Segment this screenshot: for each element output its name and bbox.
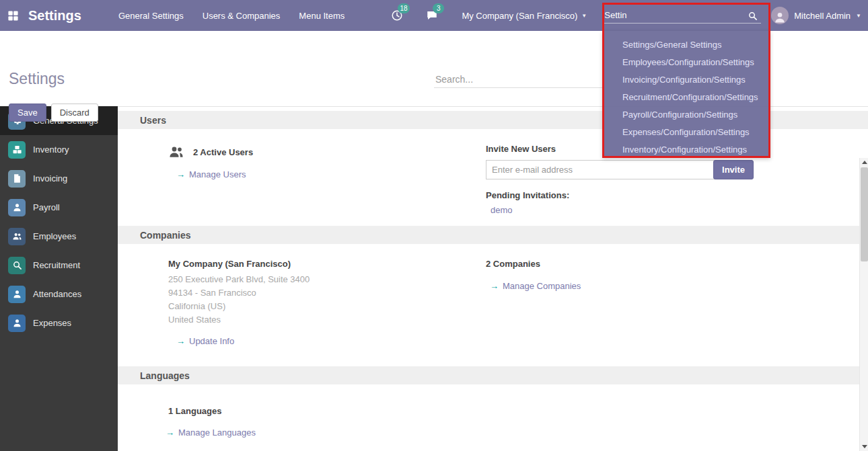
sidebar-item-expenses[interactable]: Expenses [0, 309, 118, 337]
sidebar-item-recruitment[interactable]: Recruitment [0, 251, 118, 280]
sidebar-item-inventory[interactable]: Inventory [0, 135, 118, 164]
sidebar-item-attendances[interactable]: Attendances [0, 280, 118, 309]
arrow-right-icon: → [490, 281, 499, 291]
systray: 18 3 My Company (San Francisco) ▼ Mitche… [379, 0, 868, 31]
address-line: California (US) [168, 300, 486, 313]
discard-button[interactable]: Discard [51, 104, 98, 122]
active-users-count: 2 Active Users [193, 147, 253, 157]
section-header-companies: Companies [118, 226, 868, 244]
navbar-menu: General Settings Users & Companies Menu … [118, 0, 345, 31]
messages-button[interactable]: 3 [423, 7, 441, 24]
search-suggestion[interactable]: Inventory/Configuration/Settings [602, 141, 770, 159]
company-name: My Company (San Francisco) [168, 259, 486, 269]
sidebar-item-label: Payroll [33, 202, 60, 212]
search-suggestion[interactable]: Recruitment/Configuration/Settings [602, 89, 770, 106]
attendances-icon [8, 286, 26, 303]
navbar-search-input[interactable] [603, 7, 761, 24]
search-suggestion[interactable]: Expenses/Configuration/Settings [602, 124, 770, 141]
search-suggestion[interactable]: Invoicing/Configuration/Settings [602, 71, 770, 89]
sidebar-item-invoicing[interactable]: Invoicing [0, 164, 118, 193]
invoicing-icon [8, 170, 26, 188]
search-suggestions-dropdown: Settings/General Settings Employees/Conf… [602, 31, 770, 158]
languages-count: 1 Languages [168, 406, 486, 416]
messages-badge: 3 [433, 3, 444, 13]
payroll-icon [8, 199, 26, 216]
manage-users-link[interactable]: → Manage Users [176, 169, 246, 179]
invite-button[interactable]: Invite [713, 160, 754, 179]
expenses-icon [8, 315, 26, 332]
settings-sidebar: General Settings Inventory Invoicing Pay… [0, 106, 118, 451]
menu-item-general-settings[interactable]: General Settings [118, 0, 184, 31]
settings-search-input[interactable] [434, 71, 602, 88]
apps-menu-button[interactable] [0, 0, 26, 31]
address-line: 94134 - San Francisco [168, 286, 486, 300]
update-info-link[interactable]: → Update Info [176, 336, 234, 346]
menu-item-menu-items[interactable]: Menu Items [299, 0, 345, 31]
sidebar-item-label: Attendances [33, 289, 81, 299]
scrollbar-thumb[interactable] [861, 167, 868, 261]
activities-badge: 18 [398, 3, 409, 13]
arrow-right-icon: → [166, 427, 174, 438]
sidebar-item-label: Inventory [33, 145, 69, 155]
arrow-right-icon: → [176, 336, 185, 346]
company-switcher-label: My Company (San Francisco) [462, 11, 577, 21]
user-name: Mitchell Admin [794, 11, 851, 21]
navbar-search-box [596, 0, 764, 31]
person-icon [773, 11, 787, 24]
settings-search-box [434, 71, 602, 88]
vertical-scrollbar[interactable] [859, 158, 868, 451]
address-line: 250 Executive Park Blvd, Suite 3400 [168, 273, 486, 286]
scroll-down-arrow[interactable] [860, 442, 868, 451]
user-menu[interactable]: Mitchell Admin ▼ [764, 0, 868, 31]
address-line: United States [168, 313, 486, 327]
chevron-down-icon: ▼ [856, 13, 861, 19]
sidebar-item-label: Expenses [33, 318, 71, 328]
manage-languages-link[interactable]: → Manage Languages [166, 427, 256, 438]
sidebar-item-label: Employees [33, 231, 76, 241]
company-switcher[interactable]: My Company (San Francisco) ▼ [449, 0, 596, 31]
companies-count: 2 Companies [486, 259, 750, 269]
chevron-down-icon: ▼ [581, 13, 587, 19]
search-suggestion[interactable]: Employees/Configuration/Settings [602, 54, 770, 71]
save-button[interactable]: Save [9, 104, 46, 122]
navbar-app-title: Settings [28, 8, 81, 24]
apps-grid-icon [7, 10, 19, 22]
companies-section: My Company (San Francisco) 250 Executive… [118, 244, 868, 357]
invite-input-group: Invite [486, 160, 754, 179]
section-header-languages: Languages [118, 366, 868, 384]
users-group-icon [168, 144, 184, 160]
manage-companies-link[interactable]: → Manage Companies [490, 281, 581, 291]
user-avatar [771, 7, 789, 24]
pending-user-link[interactable]: demo [491, 205, 513, 215]
activities-button[interactable]: 18 [388, 7, 406, 24]
control-panel-buttons: Save Discard [9, 104, 98, 122]
search-suggestion[interactable]: Settings/General Settings [602, 36, 770, 54]
sidebar-item-label: Invoicing [33, 173, 67, 183]
top-navbar: Settings General Settings Users & Compan… [0, 0, 868, 31]
sidebar-item-payroll[interactable]: Payroll [0, 193, 118, 222]
scroll-up-arrow[interactable] [860, 158, 868, 167]
menu-item-users-companies[interactable]: Users & Companies [203, 0, 281, 31]
invite-email-input[interactable] [486, 160, 715, 179]
search-icon[interactable] [748, 11, 758, 21]
arrow-right-icon: → [176, 169, 185, 179]
employees-icon [8, 228, 26, 245]
sidebar-item-employees[interactable]: Employees [0, 222, 118, 251]
sidebar-item-label: Recruitment [33, 260, 80, 270]
company-address: 250 Executive Park Blvd, Suite 3400 9413… [168, 273, 486, 327]
recruitment-icon [8, 257, 26, 274]
inventory-icon [8, 141, 26, 159]
page-title: Settings [9, 70, 65, 88]
pending-invitations-label: Pending Invitations: [486, 190, 754, 200]
languages-section: 1 Languages → Manage Languages [118, 384, 868, 448]
search-suggestion[interactable]: Payroll/Configuration/Settings [602, 106, 770, 124]
